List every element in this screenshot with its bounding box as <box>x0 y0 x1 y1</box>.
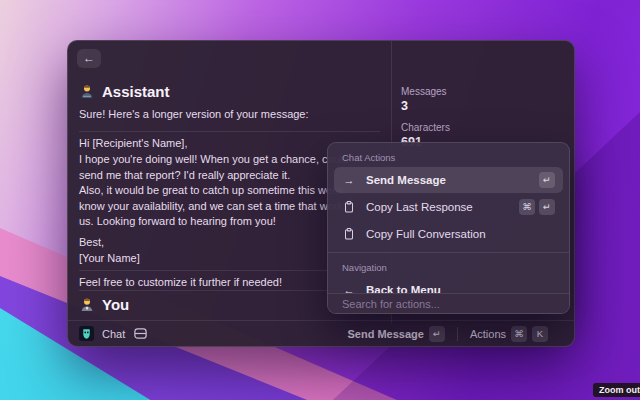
actions-button[interactable]: Actions ⌘ K <box>466 324 552 344</box>
split-view-icon[interactable] <box>133 326 148 341</box>
chat-outro: Feel free to customize it further if nee… <box>79 275 282 291</box>
command-key-badge: ⌘ <box>519 199 535 215</box>
office-worker-emoji-icon <box>79 297 95 313</box>
assistant-title: Assistant <box>102 83 170 100</box>
action-item-send-message[interactable]: → Send Message ↵ <box>334 167 563 193</box>
technologist-emoji-icon <box>79 84 95 100</box>
actions-label: Actions <box>470 328 506 340</box>
send-message-label: Send Message <box>348 328 424 340</box>
footer-bar: Chat Send Message ↵ Actions ⌘ K <box>68 320 574 346</box>
action-item-copy-last-response[interactable]: Copy Last Response ⌘ ↵ <box>334 194 563 220</box>
chat-paragraph: Also, it would be great to catch up some… <box>79 183 348 230</box>
return-key-badge: ↵ <box>429 326 445 342</box>
chat-line: send me that report? I'd really apprecia… <box>79 168 348 184</box>
assistant-message-header: Assistant <box>79 83 170 100</box>
k-key-badge: K <box>532 326 548 342</box>
section-title-navigation: Navigation <box>342 262 555 273</box>
clipboard-icon <box>342 227 356 241</box>
chat-line: us. Looking forward to hearing from you! <box>79 214 348 230</box>
you-message-header: You <box>79 296 129 313</box>
section-title-chat-actions: Chat Actions <box>342 152 555 163</box>
divider <box>79 131 380 132</box>
actions-panel: Chat Actions → Send Message ↵ Copy Last … <box>327 142 570 314</box>
actions-search-bar <box>328 293 569 313</box>
actions-search-input[interactable] <box>328 295 569 314</box>
messages-label: Messages <box>401 86 447 97</box>
chat-line: [Your Name] <box>79 251 140 267</box>
zoom-out-tooltip: Zoom out on <box>593 383 640 397</box>
chat-line: Also, it would be great to catch up some… <box>79 183 348 199</box>
send-message-button[interactable]: Send Message ↵ <box>344 324 449 344</box>
action-label: Copy Last Response <box>366 201 509 213</box>
you-title: You <box>102 296 129 313</box>
footer-separator <box>457 327 458 341</box>
chat-app-icon <box>79 326 94 341</box>
divider <box>328 252 569 253</box>
arrow-right-icon: → <box>342 174 356 186</box>
chat-greeting: Hi [Recipient's Name], <box>79 136 187 152</box>
chat-line: know your availability, and we can set a… <box>79 199 348 215</box>
chat-line: Best, <box>79 235 140 251</box>
command-key-badge: ⌘ <box>511 326 527 342</box>
back-button[interactable]: ← <box>77 49 101 68</box>
chat-paragraph: I hope you're doing well! When you get a… <box>79 152 348 183</box>
return-key-badge: ↵ <box>539 172 555 188</box>
action-item-copy-full-conversation[interactable]: Copy Full Conversation <box>334 221 563 247</box>
action-label: Copy Full Conversation <box>366 228 555 240</box>
chat-line: I hope you're doing well! When you get a… <box>79 152 348 168</box>
footer-app-label: Chat <box>102 328 125 340</box>
screen: ← Assistant Sure! Here's a longer versio… <box>0 0 640 400</box>
return-key-badge: ↵ <box>539 199 555 215</box>
characters-label: Characters <box>401 122 450 133</box>
actions-list: Chat Actions → Send Message ↵ Copy Last … <box>328 143 569 295</box>
chat-intro: Sure! Here's a longer version of your me… <box>79 107 309 123</box>
action-label: Send Message <box>366 174 529 186</box>
messages-value: 3 <box>401 99 408 113</box>
clipboard-icon <box>342 200 356 214</box>
chat-signoff: Best, [Your Name] <box>79 235 140 266</box>
